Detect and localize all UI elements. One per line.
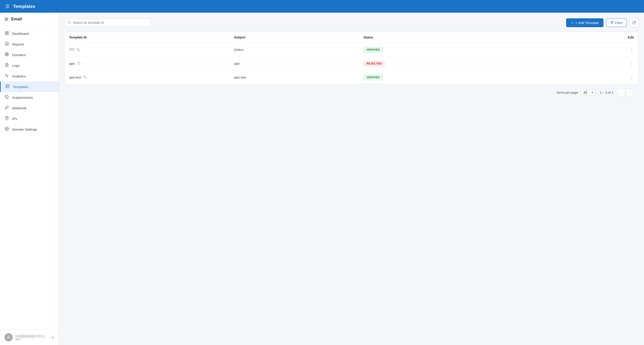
- sidebar-item-suppressions[interactable]: Suppressions: [0, 92, 59, 103]
- sidebar: ⊞ Email Dashboard Reports Domains: [0, 13, 59, 345]
- sidebar-item-ips[interactable]: IPs: [0, 114, 59, 124]
- sidebar-item-dashboard[interactable]: Dashboard: [0, 28, 59, 39]
- user-info: user@example.com a... Apix: [4, 333, 46, 342]
- domains-icon: [4, 52, 9, 58]
- cell-template-id: 777: [64, 43, 230, 57]
- sidebar-item-label-domains: Domains: [12, 53, 26, 57]
- avatar: [4, 333, 13, 342]
- col-edit: Edit: [546, 32, 638, 43]
- sidebar-footer: user@example.com a... Apix ∧: [0, 330, 59, 345]
- sidebar-item-domains[interactable]: Domains: [0, 50, 59, 60]
- template-id-value: 777: [69, 48, 74, 52]
- toolbar: ＋ + Add Template Filter: [64, 18, 638, 27]
- more-options-icon[interactable]: ⋮: [629, 47, 634, 52]
- svg-marker-22: [611, 22, 614, 24]
- svg-rect-2: [7, 34, 8, 35]
- cell-edit: ⋮: [546, 71, 638, 84]
- sidebar-item-webhook[interactable]: Webhook: [0, 103, 59, 114]
- cell-subject: Orders: [230, 43, 359, 57]
- add-template-label: + Add Template: [576, 21, 599, 25]
- cell-template-id: apix-test: [64, 71, 230, 84]
- menu-icon[interactable]: ☰: [6, 4, 10, 9]
- filter-label: Filter: [615, 21, 622, 25]
- status-badge: VERIFIED: [364, 75, 383, 80]
- add-template-button[interactable]: ＋ + Add Template: [566, 18, 604, 27]
- sidebar-item-label-reports: Reports: [12, 42, 24, 46]
- svg-point-19: [8, 336, 10, 337]
- analytics-icon: [4, 74, 9, 79]
- main-layout: ⊞ Email Dashboard Reports Domains: [0, 13, 644, 345]
- more-options-icon[interactable]: ⋮: [629, 61, 634, 66]
- reports-icon: [4, 42, 9, 47]
- cell-status: REJECTED: [359, 57, 546, 71]
- svg-rect-25: [84, 77, 86, 78]
- svg-rect-23: [78, 49, 80, 51]
- svg-rect-3: [5, 34, 6, 35]
- cell-template-id: apix: [64, 57, 230, 71]
- sidebar-item-domain-settings[interactable]: Domain Settings: [0, 124, 59, 135]
- svg-rect-12: [6, 85, 9, 88]
- cell-subject: apix-test: [230, 71, 359, 84]
- user-name: user@example.com a...: [16, 334, 46, 338]
- table-row: apix-test apix-testVERIFIED⋮: [64, 71, 638, 84]
- cell-status: VERIFIED: [359, 43, 546, 57]
- svg-rect-24: [78, 63, 80, 65]
- svg-line-21: [70, 23, 71, 24]
- sidebar-item-label-ips: IPs: [12, 117, 17, 121]
- sidebar-item-label-logs: Logs: [12, 64, 20, 68]
- copy-icon[interactable]: [76, 48, 80, 52]
- status-badge: VERIFIED: [364, 47, 383, 52]
- user-sub: Apix: [16, 338, 46, 340]
- dashboard-icon: [4, 31, 9, 36]
- refresh-button[interactable]: [630, 18, 638, 27]
- sidebar-brand: ⊞ Email: [0, 13, 59, 26]
- user-text: user@example.com a... Apix: [16, 334, 46, 340]
- table-row: 777 OrdersVERIFIED⋮: [64, 43, 638, 57]
- sidebar-item-analytics[interactable]: Analytics: [0, 71, 59, 82]
- sidebar-item-label-templates: Templates: [13, 85, 28, 89]
- status-badge: REJECTED: [364, 61, 385, 66]
- table-row: apix apixREJECTED⋮: [64, 57, 638, 71]
- templates-icon: [5, 84, 10, 90]
- sidebar-item-label-domain-settings: Domain Settings: [12, 128, 37, 131]
- chevron-up-icon[interactable]: ∧: [52, 335, 54, 340]
- svg-point-20: [68, 21, 70, 23]
- toolbar-actions: ＋ + Add Template Filter: [566, 18, 638, 27]
- sidebar-item-label-suppressions: Suppressions: [12, 96, 33, 100]
- col-template-id: Template ID: [64, 32, 230, 43]
- sidebar-item-label-dashboard: Dashboard: [12, 32, 29, 36]
- domain-settings-icon: [4, 127, 9, 132]
- filter-button[interactable]: Filter: [606, 18, 627, 27]
- cell-edit: ⋮: [546, 43, 638, 57]
- col-status: Status: [359, 32, 546, 43]
- template-id-value: apix-test: [69, 76, 81, 79]
- search-input[interactable]: [73, 21, 147, 24]
- more-options-icon[interactable]: ⋮: [629, 75, 634, 80]
- prev-page-button[interactable]: ‹: [618, 89, 625, 96]
- per-page-select[interactable]: 25 50 100: [581, 90, 596, 96]
- template-id-value: apix: [69, 62, 75, 66]
- page-title: Templates: [13, 4, 35, 9]
- ips-icon: [4, 116, 9, 121]
- brand-name: Email: [11, 17, 22, 22]
- search-box: [64, 18, 150, 27]
- cell-subject: apix: [230, 57, 359, 71]
- logs-icon: [4, 63, 9, 68]
- suppressions-icon: [4, 95, 9, 100]
- next-page-button[interactable]: ›: [626, 89, 633, 96]
- add-icon: ＋: [571, 20, 574, 25]
- page-nav: ‹ ›: [618, 89, 633, 96]
- sidebar-item-reports[interactable]: Reports: [0, 39, 59, 50]
- copy-icon[interactable]: [77, 62, 80, 66]
- items-per-page-label: Items per page:: [556, 91, 578, 94]
- grid-icon: ⊞: [4, 16, 8, 22]
- copy-icon[interactable]: [83, 76, 86, 80]
- table-container: Template ID Subject Status Edit 777 Orde…: [64, 32, 638, 84]
- sidebar-item-logs[interactable]: Logs: [0, 60, 59, 71]
- cell-edit: ⋮: [546, 57, 638, 71]
- svg-rect-1: [7, 32, 8, 32]
- svg-point-18: [6, 128, 8, 130]
- sidebar-item-templates[interactable]: Templates: [0, 82, 59, 92]
- search-icon: [68, 20, 71, 25]
- table-header-row: Template ID Subject Status Edit: [64, 32, 638, 43]
